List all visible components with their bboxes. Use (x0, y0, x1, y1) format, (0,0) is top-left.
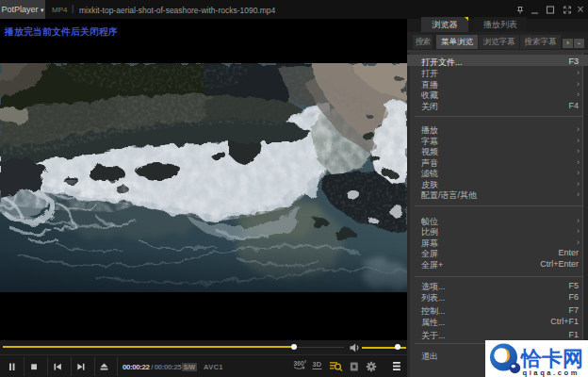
svg-text:恰卡网: 恰卡网 (519, 347, 583, 370)
svg-text:360°: 360° (294, 360, 307, 367)
svg-text:3D: 3D (313, 360, 322, 369)
svg-text:qiaqa.com: qiaqa.com (523, 369, 580, 377)
